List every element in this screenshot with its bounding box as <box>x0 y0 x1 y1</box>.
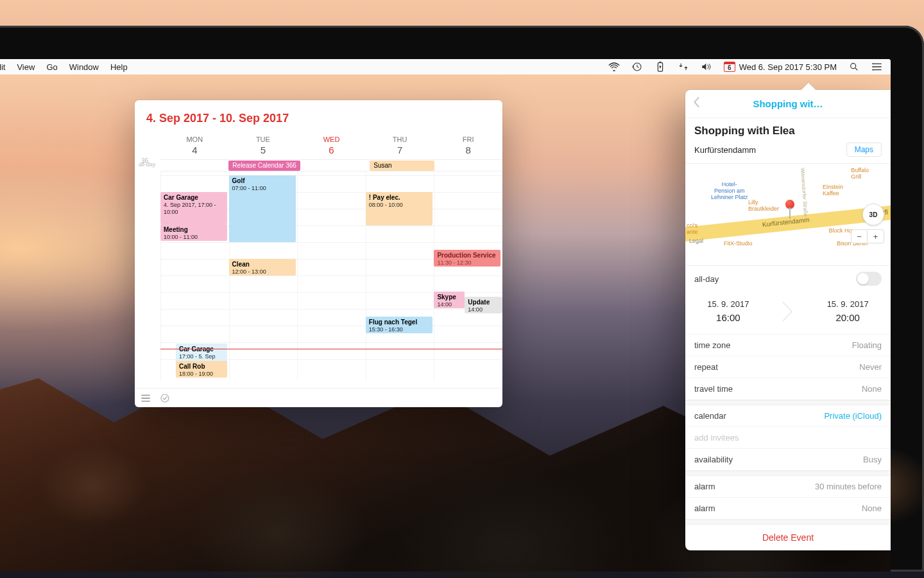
alarm2-label: alarm <box>694 504 715 513</box>
map-zoom-out-button[interactable]: − <box>851 229 868 243</box>
menubar-date-icon-day: 6 <box>728 65 732 71</box>
event-title[interactable]: Shopping with Elea <box>685 118 891 143</box>
menubar-clock[interactable]: Wed 6. Sep 2017 5:30 PM <box>739 62 837 72</box>
allday-event[interactable]: Release Calendar 366 <box>228 161 300 171</box>
availability-value[interactable]: Busy <box>863 455 882 464</box>
svg-rect-2 <box>659 62 661 63</box>
map-poi-buffalo: Buffalo Grill <box>851 168 869 180</box>
day-header: MON <box>160 133 229 144</box>
map-3d-button[interactable]: 3D <box>862 204 884 225</box>
back-icon[interactable] <box>693 96 701 111</box>
event-time: 11:30 - 12:30 <box>437 259 497 267</box>
menu-go[interactable]: Go <box>46 62 57 72</box>
alarm2-value[interactable]: None <box>862 504 882 513</box>
volume-icon[interactable] <box>701 61 712 73</box>
timezone-value[interactable]: Floating <box>852 340 882 350</box>
wifi-icon[interactable] <box>608 61 620 73</box>
spotlight-icon[interactable] <box>848 61 860 73</box>
allday-event[interactable]: Susan <box>370 161 434 171</box>
calendar-event[interactable]: Meeting10:00 - 11:00 <box>160 224 227 241</box>
map-poi-lilly: Lilly Brautkleider <box>748 200 779 213</box>
event-time: 07:00 - 11:00 <box>232 185 293 192</box>
day-header: THU <box>366 133 434 144</box>
calendar-event[interactable]: Skype14:00 <box>434 292 465 308</box>
open-maps-button[interactable]: Maps <box>846 143 882 157</box>
menu-edit[interactable]: Edit <box>0 62 5 72</box>
map-3d-label: 3D <box>869 211 878 218</box>
menu-view[interactable]: View <box>17 62 35 72</box>
calendar-event[interactable]: Golf07:00 - 11:00 <box>229 175 296 242</box>
day-number[interactable]: 7 <box>366 144 434 159</box>
day-number[interactable]: 5 <box>229 144 298 159</box>
allday-row: all-day Release Calendar 366Susan <box>160 160 502 171</box>
calendar-event[interactable]: Call Rob18:00 - 19:00 <box>176 361 227 378</box>
notification-center-icon[interactable] <box>871 61 883 73</box>
event-time: 14:00 <box>468 306 499 313</box>
tasks-icon[interactable] <box>159 392 171 404</box>
laptop-screen: r File Edit View Go Window Help 6 Wed 6.… <box>0 59 891 572</box>
event-map[interactable]: Kurfürstendamm Hotel- Pension am Lehnine… <box>685 163 891 266</box>
event-name: Flug nach Tegel <box>369 319 429 326</box>
event-time: 08:00 - 10:00 <box>369 202 429 209</box>
start-date[interactable]: 15. 9. 2017 <box>707 298 749 311</box>
svg-point-3 <box>851 64 856 69</box>
svg-point-4 <box>872 63 873 64</box>
event-name: Skype <box>437 293 461 301</box>
calendar-window[interactable]: 4. Sep 2017 - 10. Sep 2017 36 MON4TUE5WE… <box>135 100 502 407</box>
allday-toggle[interactable] <box>856 272 882 286</box>
repeat-label: repeat <box>694 362 718 372</box>
menu-help[interactable]: Help <box>110 62 128 72</box>
list-icon[interactable] <box>140 392 151 404</box>
calendar-event[interactable]: Production Service11:30 - 12:30 <box>434 250 501 267</box>
event-time: 18:00 - 19:00 <box>179 371 224 378</box>
add-invitees-field[interactable]: add invitees <box>685 427 891 449</box>
end-date[interactable]: 15. 9. 2017 <box>827 298 869 311</box>
battery-icon[interactable] <box>654 61 666 73</box>
end-time[interactable]: 20:00 <box>827 311 869 326</box>
event-time: 4. Sep 2017, 17:00 - 10:00 <box>164 202 224 216</box>
map-zoom-in-button[interactable]: + <box>868 229 884 243</box>
event-name: Golf <box>232 177 293 185</box>
event-name: Car Garage <box>164 194 224 202</box>
event-name: Call Rob <box>179 363 224 371</box>
day-headers: MON4TUE5WED6THU7FRI8 <box>160 133 502 160</box>
map-pin-icon <box>785 200 794 209</box>
event-dates[interactable]: 15. 9. 2017 16:00 15. 9. 2017 20:00 <box>685 292 891 335</box>
day-header: TUE <box>229 133 298 144</box>
calendar-label: calendar <box>694 411 726 421</box>
delete-event-button[interactable]: Delete Event <box>685 525 891 550</box>
map-poi-einstein: Einstein Kaffee <box>823 184 843 197</box>
hour-grid[interactable]: 07:0008:0009:0010:0011:0012:0013:0014:00… <box>160 171 502 381</box>
day-number[interactable]: 4 <box>160 144 229 159</box>
map-poi-legal: Legal <box>689 238 703 245</box>
day-number[interactable]: 8 <box>434 144 502 159</box>
calendar-event[interactable]: Update14:00 <box>465 297 502 313</box>
travel-value[interactable]: None <box>862 384 882 394</box>
alarm1-value[interactable]: 30 minutes before <box>815 482 882 491</box>
calendar-range: 4. Sep 2017 - 10. Sep 2017 <box>135 100 502 133</box>
map-road-kurf: Kurfürstendamm <box>762 216 810 228</box>
event-time: 15:30 - 16:30 <box>369 326 429 333</box>
timezone-label: time zone <box>694 340 730 350</box>
calendar-event[interactable]: Clean12:00 - 13:00 <box>229 259 296 276</box>
calendar-value[interactable]: Private (iCloud) <box>824 411 882 421</box>
sync-icon[interactable] <box>678 61 689 73</box>
event-popover[interactable]: Shopping wit… Shopping with Elea Kurfürs… <box>685 90 891 550</box>
menubar-calendar-icon[interactable]: 6 Wed 6. Sep 2017 5:30 PM <box>724 62 837 72</box>
timemachine-icon[interactable] <box>631 61 643 73</box>
calendar-event[interactable]: Car Garage4. Sep 2017, 17:00 - 10:00 <box>160 192 227 224</box>
day-number[interactable]: 6 <box>297 144 366 159</box>
menu-window[interactable]: Window <box>69 62 99 72</box>
event-name: Update <box>468 299 499 306</box>
svg-point-5 <box>872 66 873 67</box>
start-time[interactable]: 16:00 <box>707 311 749 326</box>
calendar-event[interactable]: ! Pay elec.08:00 - 10:00 <box>366 192 432 225</box>
mac-menubar: r File Edit View Go Window Help 6 Wed 6.… <box>0 59 891 74</box>
day-header: WED <box>297 133 366 144</box>
calendar-footer <box>135 388 502 407</box>
calendar-event[interactable]: Flug nach Tegel15:30 - 16:30 <box>366 317 432 333</box>
event-location[interactable]: Kurfürstendamm <box>694 145 756 155</box>
repeat-value[interactable]: Never <box>859 362 882 372</box>
map-road-wilm: Wilmersdorfer Straße <box>799 168 808 216</box>
map-poi-fitx: FitX-Studio <box>724 241 753 247</box>
